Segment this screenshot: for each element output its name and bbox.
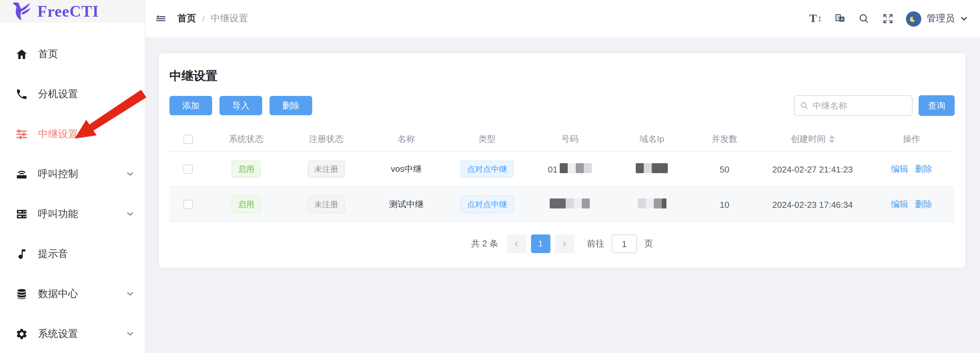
import-button[interactable]: 导入 xyxy=(220,96,262,115)
router-icon xyxy=(15,168,28,180)
sidebar-item-home[interactable]: 首页 xyxy=(0,34,145,74)
phone-icon xyxy=(15,87,28,100)
delete-button[interactable]: 删除 xyxy=(269,96,312,115)
delete-link[interactable]: 删除 xyxy=(915,163,932,175)
chevron-down-icon xyxy=(126,210,134,218)
page-unit-label: 页 xyxy=(644,238,653,250)
sidebar-item-system-settings[interactable]: 系统设置 xyxy=(0,314,145,353)
add-button[interactable]: 添加 xyxy=(169,96,212,115)
concurrency-value: 50 xyxy=(692,164,757,174)
created-at-value: 2024-02-27 21:41:23 xyxy=(757,164,869,174)
redacted-domain-ip xyxy=(611,164,692,174)
search-box xyxy=(794,95,913,116)
query-button[interactable]: 查询 xyxy=(919,95,955,116)
search-icon[interactable] xyxy=(858,13,870,25)
trunk-table: 系统状态 注册状态 名称 类型 号码 域名Ip 并发数 创建时间 操作 xyxy=(169,127,955,222)
topbar: 首页 / 中继设置 T↕ 文 A xyxy=(145,0,980,38)
trunk-settings-card: 中继设置 添加 导入 删除 查询 xyxy=(158,52,966,268)
chevron-down-icon xyxy=(126,330,134,338)
col-header-domain-ip: 域名Ip xyxy=(611,133,692,145)
row-checkbox[interactable] xyxy=(183,165,193,174)
page-number-button[interactable]: 1 xyxy=(531,234,550,253)
register-badge: 未注册 xyxy=(307,196,345,213)
col-header-number: 号码 xyxy=(528,133,611,145)
sidebar-item-call-features[interactable]: 呼叫功能 xyxy=(0,194,145,234)
sidebar-menu: 首页 分机设置 中继设置 xyxy=(0,23,145,353)
goto-page-input[interactable] xyxy=(611,234,637,253)
app-root: FreeCTI 首页 分机设置 xyxy=(0,0,980,353)
redacted-domain-ip xyxy=(611,199,692,209)
created-at-value: 2024-02-23 17:46:34 xyxy=(757,199,869,209)
row-checkbox[interactable] xyxy=(183,200,193,209)
col-header-created-at[interactable]: 创建时间 xyxy=(757,133,869,145)
concurrency-value: 10 xyxy=(692,199,757,209)
sidebar-item-data-center[interactable]: 数据中心 xyxy=(0,274,145,314)
brand-logo: FreeCTI xyxy=(0,0,145,23)
redacted-number xyxy=(528,199,611,209)
type-badge: 点对点中继 xyxy=(460,196,514,213)
trunk-name: vos中继 xyxy=(367,163,445,175)
col-header-type: 类型 xyxy=(445,133,528,145)
select-all-checkbox[interactable] xyxy=(183,134,193,144)
user-name: 管理员 xyxy=(927,13,955,25)
avatar xyxy=(906,11,921,26)
font-size-icon[interactable]: T↕ xyxy=(809,12,822,25)
next-page-button[interactable] xyxy=(555,234,574,253)
register-badge: 未注册 xyxy=(307,160,345,178)
table-row: 启用 未注册 测试中继 点对点中继 10 2024-02-23 17:46:34 xyxy=(169,187,955,222)
table-header-row: 系统状态 注册状态 名称 类型 号码 域名Ip 并发数 创建时间 操作 xyxy=(169,127,955,152)
chevron-down-icon xyxy=(126,290,134,298)
chevron-right-icon xyxy=(561,241,568,247)
database-icon xyxy=(15,287,28,300)
pagination-total: 共 2 条 xyxy=(471,238,498,250)
col-header-concurrency: 并发数 xyxy=(692,133,757,145)
toolbar: 添加 导入 删除 查询 xyxy=(169,95,955,116)
col-header-register-status: 注册状态 xyxy=(286,133,367,145)
pagination: 共 2 条 1 前往 页 xyxy=(169,234,955,253)
music-note-icon xyxy=(15,247,28,260)
sliders-icon xyxy=(15,128,28,140)
status-badge: 启用 xyxy=(231,160,261,178)
delete-link[interactable]: 删除 xyxy=(915,198,932,211)
prev-page-button[interactable] xyxy=(507,234,526,253)
svg-text:A: A xyxy=(841,17,843,22)
col-header-system-status: 系统状态 xyxy=(207,133,286,145)
status-badge: 启用 xyxy=(231,196,261,213)
collapse-sidebar-icon[interactable] xyxy=(155,13,167,25)
table-row: 启用 未注册 vos中继 点对点中继 01 50 2024-02-27 21:4… xyxy=(169,152,955,187)
brand-name: FreeCTI xyxy=(37,2,99,20)
server-icon xyxy=(15,207,28,220)
chevron-left-icon xyxy=(513,241,520,247)
sidebar-item-extensions[interactable]: 分机设置 xyxy=(0,74,145,114)
translate-icon[interactable]: 文 A xyxy=(834,13,846,25)
sidebar-item-call-control[interactable]: 呼叫控制 xyxy=(0,154,145,194)
bird-logo-icon xyxy=(10,0,32,23)
user-menu[interactable]: 管理员 xyxy=(906,11,968,26)
goto-label: 前往 xyxy=(587,238,604,250)
home-icon xyxy=(15,47,28,60)
trunk-name: 测试中继 xyxy=(367,198,445,211)
breadcrumb-home[interactable]: 首页 xyxy=(177,13,196,25)
breadcrumb: 首页 / 中继设置 xyxy=(177,13,248,25)
redacted-number: 01 xyxy=(528,164,611,174)
gear-icon xyxy=(15,328,28,340)
breadcrumb-separator: / xyxy=(202,13,205,24)
search-icon xyxy=(800,101,808,110)
sidebar-item-trunks[interactable]: 中继设置 xyxy=(0,114,145,154)
search-input[interactable] xyxy=(813,101,907,111)
sort-caret-icon[interactable] xyxy=(829,135,834,143)
col-header-name: 名称 xyxy=(367,133,445,145)
edit-link[interactable]: 编辑 xyxy=(891,198,908,211)
breadcrumb-current: 中继设置 xyxy=(211,13,248,25)
sidebar-item-prompt-tones[interactable]: 提示音 xyxy=(0,234,145,274)
col-header-actions: 操作 xyxy=(869,133,955,145)
main-content: 中继设置 添加 导入 删除 查询 xyxy=(145,38,980,353)
chevron-down-icon xyxy=(126,170,134,178)
type-badge: 点对点中继 xyxy=(460,160,514,178)
page-title: 中继设置 xyxy=(169,64,955,84)
chevron-down-icon xyxy=(960,15,968,23)
fullscreen-icon[interactable] xyxy=(882,13,894,25)
edit-link[interactable]: 编辑 xyxy=(891,163,908,175)
sidebar: FreeCTI 首页 分机设置 xyxy=(0,0,145,353)
